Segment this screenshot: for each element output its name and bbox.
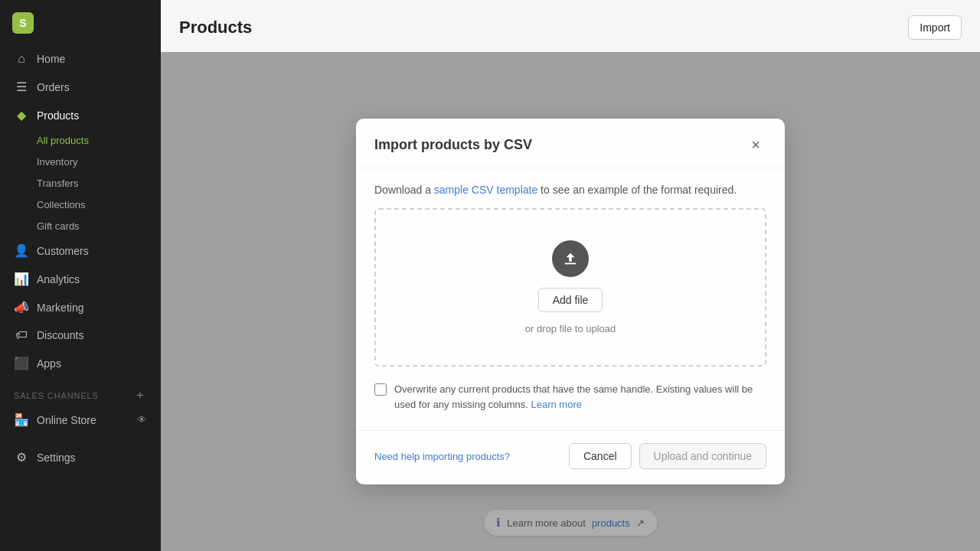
sidebar-item-home[interactable]: ⌂ Home bbox=[6, 46, 155, 72]
sidebar-item-analytics-label: Analytics bbox=[37, 273, 80, 285]
import-csv-modal: Import products by CSV × Download a samp… bbox=[356, 119, 785, 484]
sidebar-item-marketing-label: Marketing bbox=[37, 302, 83, 314]
sidebar-item-gift-cards[interactable]: Gift cards bbox=[29, 216, 155, 236]
orders-icon: ☰ bbox=[14, 80, 29, 94]
sidebar-item-apps-label: Apps bbox=[37, 357, 61, 370]
sidebar-item-online-store-label: Online Store bbox=[37, 414, 96, 426]
sidebar-item-orders[interactable]: ☰ Orders bbox=[6, 73, 155, 100]
main-content-area: Products Import ℹ Learn more about produ… bbox=[161, 0, 980, 551]
help-import-link[interactable]: Need help importing products? bbox=[374, 451, 510, 462]
online-store-icon: 🏪 bbox=[14, 412, 29, 427]
upload-continue-button[interactable]: Upload and continue bbox=[639, 443, 766, 469]
sidebar-item-collections[interactable]: Collections bbox=[29, 194, 155, 215]
add-sales-channel-button[interactable]: ＋ bbox=[134, 387, 147, 403]
page-title: Products bbox=[179, 18, 252, 37]
modal-body: Download a sample CSV template to see an… bbox=[356, 168, 785, 430]
sidebar-products-submenu: All products Inventory Transfers Collect… bbox=[6, 130, 155, 236]
sidebar-item-analytics[interactable]: 📊 Analytics bbox=[6, 266, 155, 292]
sidebar-item-customers-label: Customers bbox=[37, 245, 89, 257]
csv-template-link[interactable]: sample CSV template bbox=[434, 184, 537, 196]
sidebar-item-discounts-label: Discounts bbox=[37, 329, 83, 341]
apps-icon: ⬛ bbox=[14, 356, 29, 370]
file-drop-zone[interactable]: Add file or drop file to upload bbox=[374, 208, 766, 367]
sidebar-navigation: ⌂ Home ☰ Orders ◆ Products All products … bbox=[0, 43, 161, 551]
overwrite-checkbox[interactable] bbox=[374, 383, 387, 396]
modal-header: Import products by CSV × bbox=[356, 119, 785, 168]
sidebar-item-products[interactable]: ◆ Products bbox=[6, 102, 155, 129]
modal-footer: Need help importing products? Cancel Upl… bbox=[356, 430, 785, 484]
logo-icon: S bbox=[12, 12, 34, 34]
sidebar-item-home-label: Home bbox=[37, 53, 65, 65]
online-store-eye-icon: 👁 bbox=[137, 414, 147, 425]
sidebar-item-products-label: Products bbox=[37, 109, 79, 122]
settings-icon: ⚙ bbox=[14, 450, 29, 465]
marketing-icon: 📣 bbox=[14, 300, 29, 315]
home-icon: ⌂ bbox=[14, 52, 29, 66]
sidebar-item-customers[interactable]: 👤 Customers bbox=[6, 237, 155, 264]
add-file-button[interactable]: Add file bbox=[538, 288, 603, 312]
discounts-icon: 🏷 bbox=[14, 328, 29, 342]
overwrite-checkbox-row: Overwrite any current products that have… bbox=[374, 382, 766, 412]
sidebar-item-orders-label: Orders bbox=[37, 81, 70, 93]
sidebar-item-apps[interactable]: ⬛ Apps bbox=[6, 350, 155, 377]
sidebar-item-online-store[interactable]: 🏪 Online Store 👁 bbox=[6, 406, 155, 433]
sidebar-item-settings-label: Settings bbox=[37, 452, 76, 464]
main-body: ℹ Learn more about products ↗ Import pro… bbox=[161, 52, 980, 551]
import-button[interactable]: Import bbox=[908, 15, 962, 40]
cancel-button[interactable]: Cancel bbox=[569, 443, 632, 469]
sidebar-item-settings[interactable]: ⚙ Settings bbox=[6, 435, 155, 471]
modal-close-button[interactable]: × bbox=[745, 134, 766, 155]
sidebar-item-marketing[interactable]: 📣 Marketing bbox=[6, 294, 155, 321]
sidebar-item-all-products[interactable]: All products bbox=[29, 130, 155, 151]
modal-description: Download a sample CSV template to see an… bbox=[374, 184, 766, 196]
page-header: Products Import bbox=[161, 0, 980, 52]
sidebar-item-inventory[interactable]: Inventory bbox=[29, 152, 155, 172]
sidebar-item-transfers[interactable]: Transfers bbox=[29, 173, 155, 194]
sales-channels-section-title: SALES CHANNELS ＋ bbox=[6, 378, 155, 406]
analytics-icon: 📊 bbox=[14, 272, 29, 286]
overwrite-label: Overwrite any current products that have… bbox=[394, 382, 766, 412]
upload-icon bbox=[552, 240, 589, 277]
modal-footer-buttons: Cancel Upload and continue bbox=[569, 443, 766, 469]
modal-overlay: Import products by CSV × Download a samp… bbox=[161, 52, 980, 551]
sidebar-item-discounts[interactable]: 🏷 Discounts bbox=[6, 322, 155, 348]
customers-icon: 👤 bbox=[14, 243, 29, 258]
learn-more-link[interactable]: Learn more bbox=[531, 399, 581, 410]
sidebar-logo: S bbox=[0, 0, 161, 43]
products-icon: ◆ bbox=[14, 108, 29, 122]
sidebar: S ⌂ Home ☰ Orders ◆ Products All product… bbox=[0, 0, 161, 551]
drop-hint-text: or drop file to upload bbox=[525, 323, 616, 334]
svg-rect-0 bbox=[565, 263, 577, 265]
modal-title: Import products by CSV bbox=[374, 137, 532, 153]
